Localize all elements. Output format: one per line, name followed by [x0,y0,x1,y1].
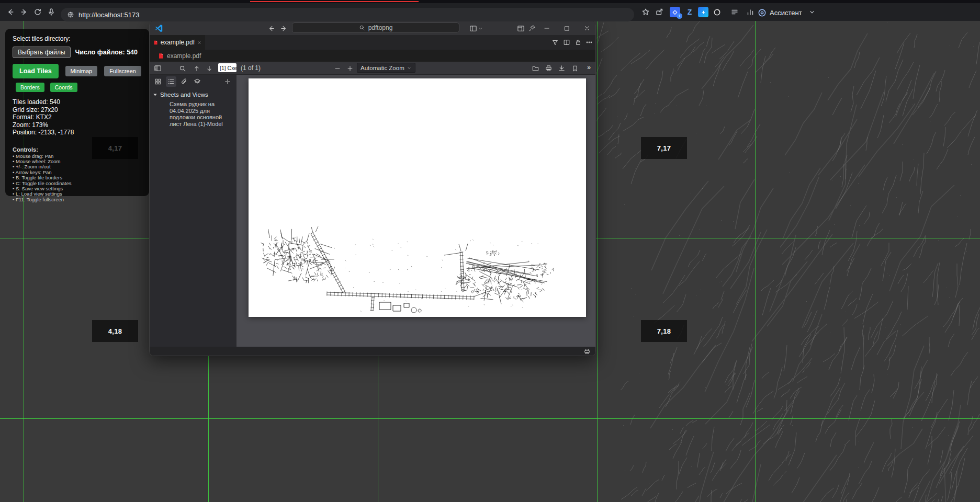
extension-icon-2[interactable] [698,7,708,17]
lock-editor-icon[interactable] [573,37,583,48]
stat-line: Grid size: 27x20 [13,106,142,114]
profile-label: Ассистент [770,9,802,17]
pdf-viewer-area[interactable] [236,75,595,347]
forward-button[interactable] [18,6,30,18]
nav-back-button[interactable] [266,23,276,33]
stat-line: Position: -2133, -1778 [13,129,142,136]
profile-button[interactable]: Ассистент [758,7,802,18]
panel-title: Select tiles directory: [13,35,142,42]
outline-item[interactable]: Схема рудник на 04.04.2025 для подложки … [170,101,228,127]
controls-item: • B: Toggle tile borders [13,175,142,180]
more-actions-icon[interactable] [584,37,594,48]
search-text: pdftopng [368,24,393,31]
search-icon [359,25,365,31]
profile-chevron-button[interactable] [806,6,818,18]
download-icon[interactable] [557,63,567,73]
stats-block: Tiles loaded: 540 Grid size: 27x20 Forma… [13,98,142,136]
choose-files-button[interactable]: Выбрать файлы [13,47,71,58]
page-count-label: (1 of 1) [241,64,261,72]
page-number-input[interactable]: [1] Схе [218,63,236,72]
tile-label: 7,18 [641,320,687,342]
split-editor-icon[interactable] [561,37,572,48]
secondary-toolbar-toggle[interactable]: » [587,63,591,71]
controls-item: • F11: Toggle fullscreen [13,197,142,202]
customize-layout-icon[interactable] [515,23,526,33]
outline-view-icon[interactable] [166,76,176,87]
find-icon[interactable] [177,63,187,73]
reload-button[interactable] [31,6,44,18]
site-info-icon[interactable] [67,11,74,18]
pdf-page [249,78,586,317]
minimap-button[interactable]: Minimap [65,66,98,76]
pdf-file-icon [158,53,164,59]
fullscreen-button[interactable]: Fullscreen [104,66,141,76]
editor-tab-bar: example.pdf [150,35,595,50]
command-search-box[interactable]: pdftopng [292,22,459,33]
browser-toolbar: http://localhost:5173 1 Z Ассистент [0,3,980,21]
open-file-icon[interactable] [531,63,540,73]
stat-line: Tiles loaded: 540 [13,98,142,106]
pin-window-icon[interactable] [527,23,537,33]
reading-list-button[interactable] [728,6,741,18]
extension-icon-1[interactable]: 1 [670,7,680,17]
activity-chart-button[interactable] [744,6,757,18]
back-button[interactable] [4,6,17,18]
tab-label: example.pdf [161,39,195,46]
previous-page-icon[interactable] [192,63,201,73]
pdf-toolbar: [1] Схе (1 of 1) Automatic Zoom [150,62,595,75]
breadcrumb-label: example.pdf [167,52,201,60]
zoom-out-icon[interactable] [332,63,342,73]
outline-root-label: Sheets and Views [160,92,208,98]
recording-indicator-line [250,1,419,2]
layers-view-icon[interactable] [192,76,202,87]
vscode-window: pdftopng [149,21,596,356]
chevron-down-icon [407,65,412,71]
grid-line-vertical [597,21,598,502]
zoom-select[interactable]: Automatic Zoom [357,63,415,73]
controls-title: Controls: [13,146,142,153]
bookmark-icon[interactable] [570,63,580,73]
tile-label: 4,18 [92,320,138,342]
breadcrumb[interactable]: example.pdf [150,50,595,62]
vscode-logo-icon [154,23,164,33]
printer-status-icon[interactable] [583,348,591,356]
window-titlebar[interactable]: pdftopng [150,21,595,35]
nav-forward-button[interactable] [278,23,289,33]
bookmark-star-button[interactable] [639,6,652,18]
url-text: http://localhost:5173 [78,11,139,19]
minimize-button[interactable] [542,23,552,33]
close-button[interactable] [582,23,592,33]
layout-chevron-icon[interactable] [477,23,483,33]
tile-map-viewport[interactable]: 4,17 7,17 4,18 7,18 Select tiles directo… [0,21,980,502]
thumbnails-view-icon[interactable] [153,76,163,87]
current-outline-item-icon[interactable] [222,76,233,87]
share-button[interactable] [653,6,666,18]
layout-toggle-icon[interactable] [468,23,478,33]
url-bar[interactable]: http://localhost:5173 [61,8,634,21]
sidebar-toggle-icon[interactable] [153,63,163,73]
load-tiles-button[interactable]: Load Tiles [13,64,59,78]
tab-close-icon[interactable] [197,40,201,45]
stat-line: Format: KTX2 [13,113,142,121]
controls-help-block: Controls: • Mouse drag: Pan • Mouse whee… [13,146,142,203]
outline-root-row[interactable]: Sheets and Views [153,92,208,98]
filter-outline-icon[interactable] [550,37,560,48]
zoom-select-label: Automatic Zoom [361,65,404,71]
screen: http://localhost:5173 1 Z Ассистент [0,0,980,502]
borders-toggle-button[interactable]: Borders [16,83,44,92]
pdf-file-icon [153,39,158,46]
maximize-button[interactable] [561,23,572,33]
next-page-icon[interactable] [204,63,214,73]
print-icon[interactable] [544,63,554,73]
attachments-view-icon[interactable] [179,76,189,87]
extension-icon-z[interactable]: Z [684,7,695,17]
coords-toggle-button[interactable]: Coords [50,83,77,92]
stat-line: Zoom: 173% [13,121,142,129]
zoom-in-icon[interactable] [345,63,355,73]
extension-icon-3[interactable] [712,7,722,17]
mic-button[interactable] [45,6,58,18]
assistant-logo-icon [758,8,767,17]
tab-example-pdf[interactable]: example.pdf [150,35,205,50]
tile-controls-panel: Select tiles directory: Выбрать файлы Чи… [5,29,149,196]
grid-line-horizontal [0,418,980,419]
